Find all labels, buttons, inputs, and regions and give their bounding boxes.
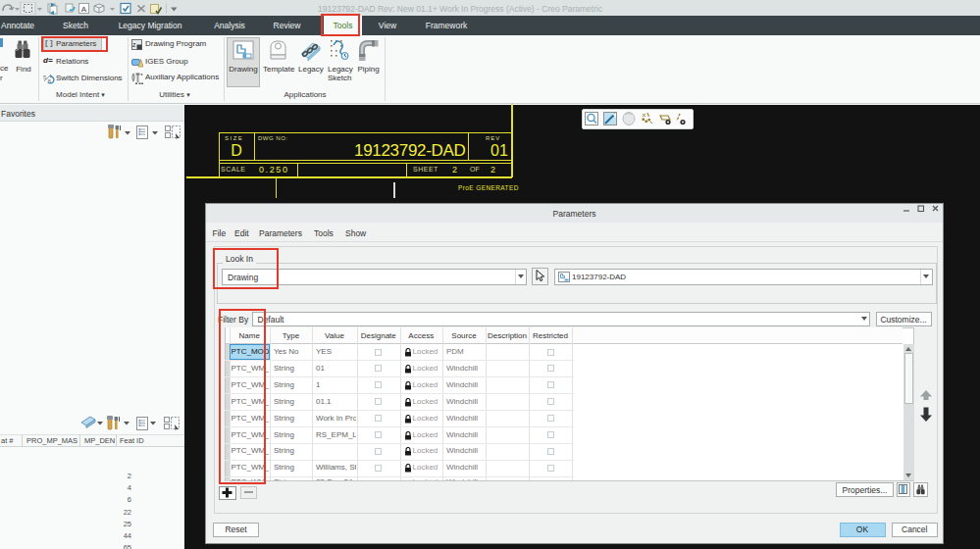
svg-text:z: z [132, 41, 136, 48]
svg-text:A: A [81, 5, 87, 14]
